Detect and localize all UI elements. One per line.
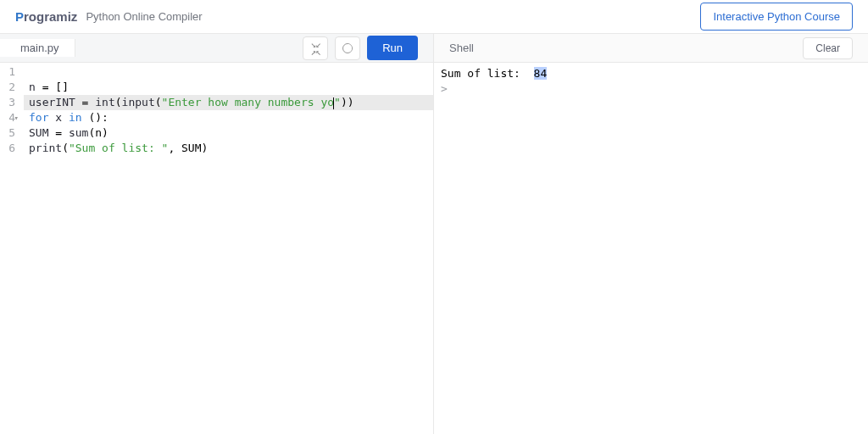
shell-body[interactable]: Sum of list: 84 > <box>434 63 868 434</box>
line-gutter: 1 2 3 4 5 6 <box>0 64 24 434</box>
shell-header: Shell Clear <box>434 34 868 63</box>
shell-prompt-icon: > <box>441 82 454 95</box>
editor-header: main.py ↘↙↗↖ Run <box>0 34 433 63</box>
code-line[interactable]: SUM = sum(n) <box>24 125 433 141</box>
code-line[interactable]: print("Sum of list: ", SUM) <box>24 141 433 156</box>
code-line[interactable] <box>24 64 433 80</box>
minimize-icon[interactable]: ↘↙↗↖ <box>303 36 328 60</box>
shell-prompt-line[interactable]: > <box>441 81 861 97</box>
code-line[interactable]: n = [] <box>24 80 433 95</box>
clear-button[interactable]: Clear <box>803 37 853 59</box>
header-left: Programiz Python Online Compiler <box>15 9 203 24</box>
code-line[interactable]: userINT = int(input("Enter how many numb… <box>24 95 433 110</box>
run-button[interactable]: Run <box>367 36 418 60</box>
editor-body[interactable]: 1 2 3 4 5 6 n = [] userINT = int(input("… <box>0 63 433 434</box>
shell-output-selected: 84 <box>534 67 548 80</box>
shell-title: Shell <box>449 42 474 54</box>
app-header: Programiz Python Online Compiler Interac… <box>0 0 868 34</box>
editor-toolbar: ↘↙↗↖ Run <box>303 36 418 60</box>
main-area: main.py ↘↙↗↖ Run 1 2 3 4 5 6 n = [] user… <box>0 34 868 434</box>
editor-tab[interactable]: main.py <box>0 39 75 57</box>
logo[interactable]: Programiz <box>15 9 77 24</box>
interactive-course-button[interactable]: Interactive Python Course <box>700 3 853 31</box>
code-line[interactable]: for x in (): <box>24 110 433 125</box>
editor-tab-label: main.py <box>17 42 63 54</box>
page-title: Python Online Compiler <box>86 10 202 23</box>
code-area[interactable]: n = [] userINT = int(input("Enter how ma… <box>24 64 433 434</box>
shell-output-line: Sum of list: 84 <box>441 66 861 81</box>
shell-output-text: Sum of list: <box>441 67 534 80</box>
theme-toggle-icon[interactable] <box>335 36 360 60</box>
logo-text: rogramiz <box>24 9 77 24</box>
logo-initial: P <box>15 9 24 24</box>
shell-pane: Shell Clear Sum of list: 84 > <box>434 34 868 434</box>
editor-pane: main.py ↘↙↗↖ Run 1 2 3 4 5 6 n = [] user… <box>0 34 434 434</box>
